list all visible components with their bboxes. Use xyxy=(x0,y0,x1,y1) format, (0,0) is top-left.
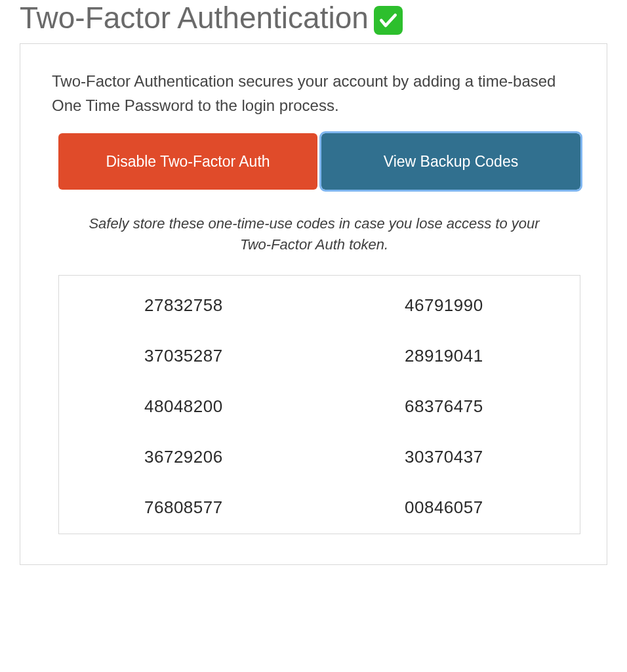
backup-instruction-text: Safely store these one-time-use codes in… xyxy=(32,213,580,255)
backup-code: 36729206 xyxy=(144,447,223,467)
button-row: Disable Two-Factor Auth View Backup Code… xyxy=(32,133,580,190)
page-title: Two-Factor Authentication xyxy=(0,0,627,43)
backup-codes-column-1: 27832758 37035287 48048200 36729206 7680… xyxy=(59,295,319,518)
disable-two-factor-button[interactable]: Disable Two-Factor Auth xyxy=(58,133,317,190)
view-backup-codes-button[interactable]: View Backup Codes xyxy=(321,133,580,190)
checkmark-icon xyxy=(374,6,403,35)
backup-code: 48048200 xyxy=(144,396,223,417)
backup-code: 00846057 xyxy=(405,497,483,518)
backup-code: 27832758 xyxy=(144,295,223,316)
backup-code: 37035287 xyxy=(144,346,223,366)
backup-codes-column-2: 46791990 28919041 68376475 30370437 0084… xyxy=(319,295,580,518)
backup-codes-box: 27832758 37035287 48048200 36729206 7680… xyxy=(58,275,580,534)
two-factor-panel: Two-Factor Authentication secures your a… xyxy=(20,43,607,565)
backup-code: 68376475 xyxy=(405,396,483,417)
backup-code: 28919041 xyxy=(405,346,483,366)
backup-code: 46791990 xyxy=(405,295,483,316)
description-text: Two-Factor Authentication secures your a… xyxy=(32,69,580,133)
backup-code: 76808577 xyxy=(144,497,223,518)
backup-code: 30370437 xyxy=(405,447,483,467)
backup-codes-grid: 27832758 37035287 48048200 36729206 7680… xyxy=(59,295,580,518)
page-title-text: Two-Factor Authentication xyxy=(20,0,369,35)
